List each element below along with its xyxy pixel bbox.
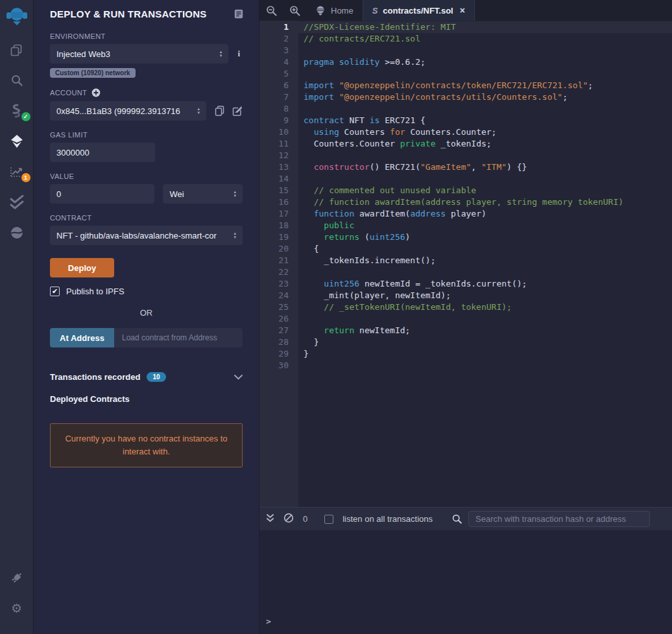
file-explorer-button[interactable] (5, 39, 29, 61)
publish-ipfs-checkbox[interactable]: ✔ (50, 287, 60, 296)
code-line: 17 function awardItem(address player) (259, 208, 672, 220)
value-group: VALUE 0 Wei ▴▾ (50, 172, 243, 204)
listen-all-label[interactable]: listen on all transactions (342, 514, 433, 524)
remix-ide-window: ✓ 1 (0, 0, 672, 634)
unit-testing-button[interactable] (5, 191, 29, 213)
sphere-plugin-button[interactable] (5, 222, 29, 244)
search-icon (10, 74, 23, 87)
code-line: 22 (259, 266, 672, 278)
line-number: 9 (259, 115, 298, 126)
close-tab-icon[interactable]: × (460, 5, 465, 16)
deploy-and-run-button[interactable] (5, 130, 29, 152)
code-line: 23 uint256 newItemId = _tokenIds.current… (259, 278, 672, 290)
remix-logo-icon (6, 5, 28, 27)
add-account-icon[interactable] (91, 88, 101, 97)
line-number: 23 (259, 278, 298, 290)
line-number: 28 (259, 336, 298, 348)
terminal-toolbar: 0 listen on all transactions (259, 507, 672, 530)
listen-all-checkbox[interactable] (324, 515, 333, 524)
panel-title: DEPLOY & RUN TRANSACTIONS (50, 8, 206, 19)
terminal-prompt: > (266, 616, 271, 626)
value-unit-select[interactable]: Wei ▴▾ (163, 184, 243, 204)
zoom-out-button[interactable] (259, 0, 283, 21)
account-select[interactable]: 0x845...B1aB3 (999992.3913716 ▴▾ (50, 101, 206, 121)
code-line: 21 _tokenIds.increment(); (259, 255, 672, 266)
code-line: 29} (259, 348, 672, 360)
remix-logo[interactable] (5, 5, 29, 27)
copy-account-icon[interactable] (215, 106, 224, 116)
code-line: 28 } (259, 336, 672, 348)
code-line: 20 { (259, 243, 672, 255)
settings-button[interactable]: ⚙ (5, 597, 29, 619)
code-line: 15 // commented out unused variable (259, 185, 672, 196)
environment-select[interactable]: Injected Web3 ▴▾ (50, 44, 228, 64)
code-line: 16 // function awardItem(address player,… (259, 196, 672, 208)
panel-doc-icon[interactable] (234, 9, 243, 19)
chevron-down-icon[interactable] (234, 371, 243, 382)
contract-label: CONTRACT (50, 214, 243, 222)
plugin-manager-button[interactable] (5, 567, 29, 589)
code-line: 5 (259, 68, 672, 80)
main-area: Home S contracts/NFT.sol × 1//SPDX-Licen… (259, 0, 672, 634)
line-number: 25 (259, 301, 298, 313)
edit-account-icon[interactable] (232, 106, 243, 116)
transactions-recorded-label: Transactions recorded (50, 372, 140, 382)
environment-info-icon[interactable]: i (235, 49, 243, 59)
tab-bar: Home S contracts/NFT.sol × (259, 0, 672, 21)
zoom-out-icon (266, 5, 277, 16)
gas-limit-group: GAS LIMIT 3000000 (50, 131, 243, 162)
tab-contracts-nft-sol[interactable]: S contracts/NFT.sol × (363, 0, 475, 21)
file-explorer-icon (10, 43, 23, 57)
code-line: 8 (259, 103, 672, 115)
deploy-button[interactable]: Deploy (50, 258, 114, 277)
account-label: ACCOUNT (50, 88, 243, 97)
terminal-search-input[interactable] (468, 511, 650, 527)
analytics-button[interactable]: 1 (5, 161, 29, 183)
at-address-button[interactable]: At Address (50, 328, 114, 347)
code-line: 24 _mint(player, newItemId); (259, 290, 672, 301)
deployed-contracts-label: Deployed Contracts (50, 394, 243, 404)
solidity-compiler-button[interactable]: ✓ (5, 100, 29, 122)
search-button[interactable] (5, 69, 29, 91)
line-number: 14 (259, 173, 298, 185)
line-number: 12 (259, 150, 298, 161)
code-line: 6import "@openzeppelin/contracts/token/E… (259, 80, 672, 91)
line-number: 18 (259, 220, 298, 231)
line-number: 22 (259, 266, 298, 278)
line-number: 1 (259, 21, 298, 33)
plug-icon (10, 570, 24, 585)
zoom-in-button[interactable] (283, 0, 306, 21)
line-number: 5 (259, 68, 298, 80)
line-number: 7 (259, 91, 298, 103)
terminal-search-icon (452, 514, 462, 524)
tab-home[interactable]: Home (306, 0, 363, 21)
home-remix-icon (315, 5, 326, 16)
icon-rail: ✓ 1 (0, 0, 34, 634)
gas-limit-input[interactable]: 3000000 (50, 143, 155, 162)
line-number: 26 (259, 313, 298, 325)
environment-label: ENVIRONMENT (50, 32, 243, 40)
line-number: 3 (259, 45, 298, 56)
code-line: 19 returns (uint256) (259, 231, 672, 243)
collapse-terminal-icon[interactable] (266, 513, 274, 525)
publish-ipfs-label[interactable]: Publish to IPFS (66, 287, 125, 296)
terminal-output[interactable]: > (259, 530, 672, 634)
at-address-row: At Address Load contract from Address (50, 328, 243, 347)
value-label: VALUE (50, 172, 243, 180)
clear-terminal-icon[interactable] (283, 513, 294, 526)
code-line: 27 return newItemId; (259, 325, 672, 336)
at-address-input[interactable]: Load contract from Address (114, 328, 243, 347)
transactions-recorded-row[interactable]: Transactions recorded 10 (50, 371, 243, 382)
contract-select[interactable]: NFT - github/ava-labs/avalanche-smart-co… (50, 226, 243, 245)
account-group: ACCOUNT 0x845...B1aB3 (999992.3913716 ▴▾ (50, 88, 243, 121)
line-number: 2 (259, 33, 298, 45)
gas-limit-label: GAS LIMIT (50, 131, 243, 139)
value-input[interactable]: 0 (50, 184, 154, 204)
code-line: 9contract NFT is ERC721 { (259, 115, 672, 126)
select-arrows-icon: ▴▾ (220, 50, 222, 58)
line-number: 11 (259, 138, 298, 150)
contract-group: CONTRACT NFT - github/ava-labs/avalanche… (50, 214, 243, 245)
code-editor[interactable]: 1//SPDX-License-Identifier: MIT2// contr… (259, 21, 672, 507)
line-number: 4 (259, 56, 298, 68)
code-line: 10 using Counters for Counters.Counter; (259, 126, 672, 138)
